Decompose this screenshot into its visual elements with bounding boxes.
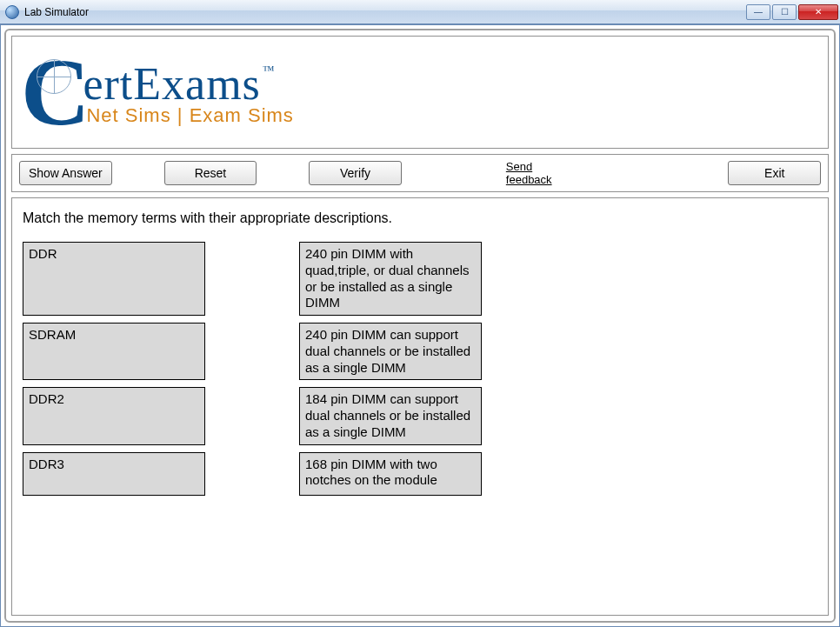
match-description-card[interactable]: 184 pin DIMM can support dual channels o… <box>299 387 482 444</box>
app-header: C ertExams™ Net Sims | Exam Sims <box>11 36 829 149</box>
match-term-card[interactable]: DDR3 <box>23 452 205 496</box>
window-titlebar: Lab Simulator — ☐ ✕ <box>0 0 840 24</box>
logo-crosshair-icon <box>37 59 71 94</box>
match-term-card[interactable]: SDRAM <box>23 323 205 380</box>
exit-button[interactable]: Exit <box>728 161 821 185</box>
match-description-card[interactable]: 168 pin DIMM with two notches on the mod… <box>299 452 482 496</box>
close-icon: ✕ <box>815 8 822 17</box>
question-prompt: Match the memory terms with their approp… <box>23 210 817 226</box>
window-title: Lab Simulator <box>24 6 746 18</box>
send-feedback-link[interactable]: Send feedback <box>506 160 581 186</box>
reset-button[interactable]: Reset <box>164 161 257 185</box>
maximize-icon: ☐ <box>781 8 789 17</box>
minimize-icon: — <box>754 8 763 17</box>
close-button[interactable]: ✕ <box>798 4 838 20</box>
logo-mark: C <box>21 54 90 130</box>
logo-wordmark: ertExams™ <box>83 58 293 110</box>
match-term-card[interactable]: DDR <box>23 242 205 316</box>
match-term-card[interactable]: DDR2 <box>23 387 205 444</box>
app-icon <box>5 5 19 19</box>
show-answer-button[interactable]: Show Answer <box>19 161 112 185</box>
logo: C ertExams™ Net Sims | Exam Sims <box>21 54 294 130</box>
minimize-button[interactable]: — <box>746 4 770 20</box>
question-panel: Match the memory terms with their approp… <box>11 197 829 616</box>
match-description-card[interactable]: 240 pin DIMM with quad,triple, or dual c… <box>299 242 482 316</box>
verify-button[interactable]: Verify <box>309 161 402 185</box>
logo-tagline: Net Sims | Exam Sims <box>83 104 293 127</box>
toolbar: Show Answer Reset Verify Send feedback E… <box>11 154 829 192</box>
maximize-button[interactable]: ☐ <box>772 4 797 20</box>
match-description-card[interactable]: 240 pin DIMM can support dual channels o… <box>299 323 482 380</box>
